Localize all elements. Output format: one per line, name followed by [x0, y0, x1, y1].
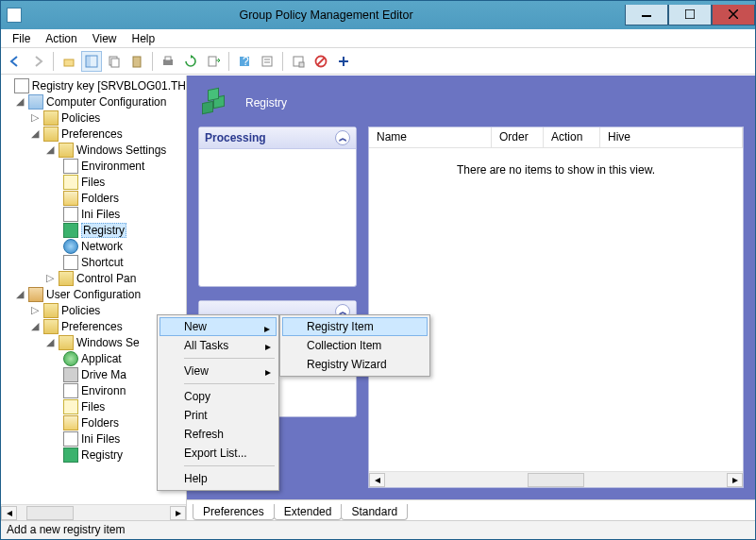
tree-user-configuration[interactable]: ◢User Configuration: [1, 286, 186, 302]
tree-files[interactable]: Files: [1, 174, 186, 190]
tree-control-panel[interactable]: ▷Control Pan: [1, 270, 186, 286]
copy-button[interactable]: [104, 51, 125, 72]
collapse-icon[interactable]: ◢: [14, 288, 25, 300]
show-hide-tree-button[interactable]: [81, 51, 102, 72]
back-button[interactable]: [5, 51, 25, 72]
print-button[interactable]: [158, 51, 178, 72]
up-button[interactable]: [59, 51, 79, 72]
minimize-button[interactable]: [625, 5, 668, 25]
tree-label: Policies: [61, 111, 100, 125]
ctx-print[interactable]: Print: [160, 406, 277, 425]
tree-label: Registry: [81, 223, 126, 238]
tree-network[interactable]: Network: [1, 238, 186, 254]
tree-label: Files: [81, 400, 105, 413]
separator: [53, 52, 54, 71]
col-name[interactable]: Name: [369, 127, 492, 147]
list-scrollbar-h[interactable]: ◂ ▸: [369, 471, 743, 487]
status-bar: Add a new registry item: [1, 520, 755, 539]
ctx-copy[interactable]: Copy: [160, 387, 277, 406]
collapse-icon[interactable]: ◢: [44, 336, 56, 348]
folder-icon: [43, 303, 59, 318]
card-header[interactable]: Processing ︽: [199, 127, 356, 149]
refresh-button[interactable]: [180, 51, 201, 72]
expand-icon[interactable]: ▷: [44, 272, 56, 284]
tree-ini-files[interactable]: Ini Files: [1, 206, 186, 222]
ctx-label: Help: [184, 472, 208, 485]
menu-help[interactable]: Help: [125, 30, 163, 47]
tree-windows-settings[interactable]: ◢Windows Settings: [1, 142, 186, 158]
forward-button[interactable]: [27, 51, 48, 72]
tree-policies[interactable]: ▷Policies: [1, 110, 186, 126]
tab-standard[interactable]: Standard: [341, 504, 408, 520]
tree-label: Folders: [81, 192, 119, 205]
ctx-label: Export List...: [184, 447, 247, 460]
svg-rect-4: [64, 59, 74, 66]
separator: [184, 465, 275, 466]
ctx-registry-item[interactable]: Registry Item: [282, 317, 428, 336]
filter-button[interactable]: [288, 51, 309, 72]
menu-file[interactable]: File: [5, 30, 38, 47]
ctx-refresh[interactable]: Refresh: [160, 425, 277, 444]
scroll-left-icon[interactable]: ◂: [369, 473, 385, 487]
properties-button[interactable]: [257, 51, 277, 72]
ctx-new[interactable]: New▸: [160, 317, 277, 336]
ctx-label: New: [184, 320, 207, 333]
menu-view[interactable]: View: [85, 30, 125, 47]
expand-icon[interactable]: ▷: [29, 111, 41, 124]
registry-header-icon: [198, 85, 234, 121]
tree-scrollbar-h[interactable]: ◂ ▸: [1, 504, 186, 520]
tree-label: Windows Se: [76, 336, 140, 349]
separator: [228, 52, 229, 71]
scroll-thumb[interactable]: [528, 473, 584, 487]
collapse-icon[interactable]: ◢: [14, 95, 25, 108]
svg-rect-1: [685, 9, 695, 19]
tree-root[interactable]: Registry key [SRVBLOG01.TH: [1, 77, 186, 93]
collapse-icon[interactable]: ◢: [29, 127, 41, 140]
scroll-left-icon[interactable]: ◂: [1, 506, 17, 520]
tree-folders[interactable]: Folders: [1, 190, 186, 206]
card-body: [199, 149, 356, 281]
user-icon: [28, 287, 43, 302]
col-action[interactable]: Action: [544, 127, 600, 147]
maximize-button[interactable]: [668, 5, 712, 25]
tab-extended[interactable]: Extended: [274, 504, 343, 520]
tree-environment[interactable]: Environment: [1, 158, 186, 174]
add-button[interactable]: [333, 51, 354, 72]
collapse-icon[interactable]: ◢: [44, 143, 56, 156]
tree-shortcut[interactable]: Shortcut: [1, 254, 186, 270]
tree-label: Ini Files: [81, 432, 120, 446]
computer-icon: [28, 94, 43, 110]
scroll-right-icon[interactable]: ▸: [727, 473, 743, 487]
tree-label: Shortcut: [81, 256, 124, 269]
menu-action[interactable]: Action: [38, 30, 84, 47]
scroll-right-icon[interactable]: ▸: [170, 506, 186, 520]
col-hive[interactable]: Hive: [600, 127, 743, 147]
svg-rect-5: [86, 56, 91, 67]
svg-rect-12: [209, 57, 216, 66]
collapse-icon[interactable]: ︽: [335, 130, 350, 145]
svg-rect-8: [111, 59, 119, 67]
scroll-thumb[interactable]: [26, 506, 74, 520]
tree-computer-configuration[interactable]: ◢Computer Configuration: [1, 93, 186, 110]
ctx-help[interactable]: Help: [160, 469, 277, 488]
help-button[interactable]: ?: [234, 51, 255, 72]
ctx-collection-item[interactable]: Collection Item: [282, 336, 428, 355]
close-button[interactable]: [712, 5, 755, 25]
tab-preferences[interactable]: Preferences: [193, 504, 275, 520]
tree-preferences[interactable]: ◢Preferences: [1, 126, 186, 142]
client-area: Registry key [SRVBLOG01.TH ◢Computer Con…: [1, 75, 755, 520]
ctx-all-tasks[interactable]: All Tasks▸: [160, 336, 277, 355]
stop-button[interactable]: [311, 51, 331, 72]
collapse-icon[interactable]: ◢: [29, 320, 41, 332]
ctx-registry-wizard[interactable]: Registry Wizard: [282, 355, 428, 374]
tree-registry[interactable]: Registry: [1, 222, 186, 238]
export-button[interactable]: [203, 51, 224, 72]
column-headers: Name Order Action Hive: [369, 127, 743, 148]
col-order[interactable]: Order: [492, 127, 544, 147]
paste-button[interactable]: [126, 51, 147, 72]
ctx-view[interactable]: View▸: [160, 362, 277, 380]
expand-icon[interactable]: ▷: [29, 304, 41, 316]
ctx-label: Collection Item: [307, 339, 381, 352]
ctx-export-list[interactable]: Export List...: [160, 444, 277, 463]
context-menu: New▸ All Tasks▸ View▸ Copy Print Refresh…: [157, 314, 279, 491]
